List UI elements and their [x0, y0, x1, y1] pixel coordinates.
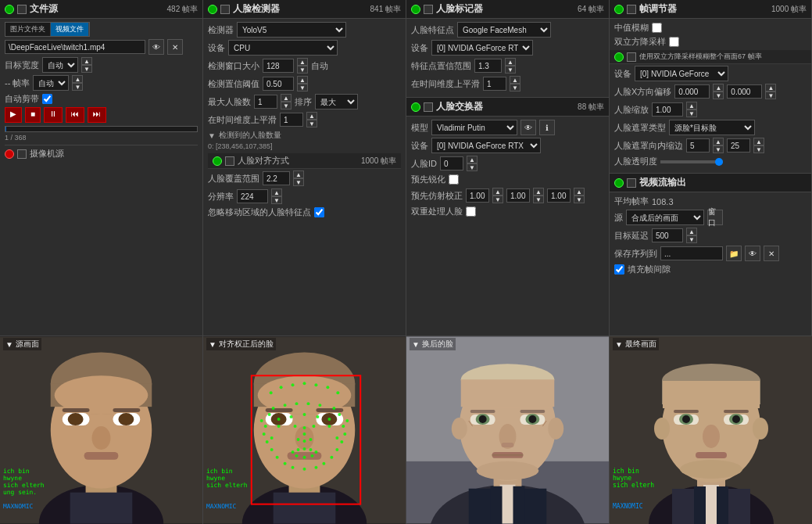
erode-up[interactable]: ▲ [713, 138, 724, 145]
auto-clip-checkbox[interactable] [42, 94, 52, 104]
model-info-btn[interactable]: ℹ [539, 120, 555, 135]
range-down[interactable]: ▼ [505, 66, 516, 74]
marker-checkbox[interactable] [424, 5, 433, 14]
pre-affine-y[interactable] [506, 188, 530, 203]
scale-down[interactable]: ▼ [686, 109, 697, 117]
target-width-up[interactable]: ▲ [81, 57, 92, 65]
smooth-up[interactable]: ▲ [306, 112, 317, 120]
face-id-up[interactable]: ▲ [467, 156, 478, 163]
save-close-btn[interactable]: ✕ [764, 246, 779, 261]
file-path-input[interactable] [5, 40, 145, 54]
pre-affine-z[interactable] [547, 188, 571, 203]
model-eye-btn[interactable]: 👁 [520, 120, 536, 135]
fps-up[interactable]: ▲ [72, 75, 83, 83]
coverage-down[interactable]: ▼ [293, 178, 304, 186]
save-eye-btn[interactable]: 👁 [745, 246, 760, 261]
fill-gaps-checkbox[interactable] [614, 264, 624, 275]
dual-sample-checkbox[interactable] [669, 37, 679, 47]
source-select[interactable]: 合成后的画面 [626, 210, 704, 225]
window-down[interactable]: ▼ [297, 66, 308, 74]
scale-input[interactable] [652, 102, 683, 117]
erode-input[interactable] [686, 138, 710, 153]
file-source-checkbox[interactable] [17, 5, 27, 14]
save-path-input[interactable] [660, 246, 723, 260]
delay-down[interactable]: ▼ [686, 235, 697, 243]
fps-down[interactable]: ▼ [72, 83, 83, 91]
window-size-input[interactable] [263, 59, 294, 73]
align-checkbox[interactable] [225, 156, 234, 166]
tab-video-file[interactable]: 视频文件 [51, 23, 89, 36]
prev-btn[interactable]: ⏮ [66, 107, 84, 123]
play-btn[interactable]: ▶ [5, 107, 22, 123]
blur-up[interactable]: ▲ [753, 138, 764, 145]
az-up[interactable]: ▲ [574, 188, 585, 196]
scale-up[interactable]: ▲ [686, 102, 697, 109]
res-up[interactable]: ▲ [271, 188, 282, 196]
marker-range-input[interactable] [474, 59, 502, 73]
swapper-checkbox[interactable] [424, 102, 433, 112]
target-width-select[interactable]: 自动 [42, 57, 78, 73]
dual-checkbox[interactable] [627, 52, 636, 62]
msmooth-up[interactable]: ▲ [510, 76, 520, 84]
stream-checkbox[interactable] [627, 178, 636, 188]
msmooth-down[interactable]: ▼ [510, 84, 520, 92]
power-dual[interactable] [614, 52, 624, 62]
power-swapper[interactable] [411, 102, 420, 112]
pre-affine-x[interactable] [466, 188, 489, 203]
erode-down[interactable]: ▼ [713, 145, 724, 153]
max-faces-up[interactable]: ▲ [281, 94, 292, 102]
ys-down[interactable]: ▼ [765, 92, 776, 99]
target-width-down[interactable]: ▼ [81, 65, 92, 73]
max-faces-down[interactable]: ▼ [281, 102, 292, 109]
power-button-file[interactable] [5, 5, 14, 14]
swapper-device-select[interactable]: [0] NVIDIA GeForce RTX [431, 138, 541, 153]
resolution-input[interactable] [237, 189, 268, 203]
y-shift-input[interactable] [727, 84, 762, 99]
smooth-down[interactable]: ▼ [306, 120, 317, 127]
window-up[interactable]: ▲ [297, 58, 308, 66]
landmark-select[interactable]: Google FaceMesh [457, 22, 551, 38]
res-down[interactable]: ▼ [271, 196, 282, 204]
detector-device-select[interactable]: CPU [228, 40, 338, 56]
camera-checkbox[interactable] [17, 149, 27, 159]
threshold-down[interactable]: ▼ [297, 84, 308, 92]
eye-icon-btn[interactable]: 👁 [148, 39, 164, 55]
threshold-input[interactable] [263, 77, 294, 91]
face-detector-checkbox[interactable] [220, 5, 230, 14]
adj-device-select[interactable]: [0] NVIDIA GeForce [635, 66, 728, 81]
face-id-input[interactable] [440, 156, 463, 170]
blur-input[interactable] [727, 138, 750, 153]
sort-select[interactable]: 最大 [315, 94, 358, 109]
stop-btn[interactable]: ■ [25, 107, 41, 123]
range-up[interactable]: ▲ [505, 58, 516, 66]
power-stream[interactable] [614, 178, 624, 188]
power-align[interactable] [213, 156, 222, 166]
power-camera[interactable] [5, 149, 14, 159]
coverage-input[interactable] [263, 171, 290, 185]
pause-btn[interactable]: ⏸ [44, 107, 63, 123]
x-shift-input[interactable] [674, 84, 710, 99]
ignore-checkbox[interactable] [314, 207, 324, 217]
ax-up[interactable]: ▲ [492, 188, 503, 196]
ay-down[interactable]: ▼ [533, 196, 544, 203]
tab-image-folder[interactable]: 图片文件夹 [5, 23, 51, 36]
pre-sharpen-checkbox[interactable] [449, 174, 459, 185]
xs-down[interactable]: ▼ [713, 92, 724, 99]
close-file-btn[interactable]: ✕ [167, 39, 183, 55]
median-checkbox[interactable] [652, 23, 662, 33]
power-button-detector[interactable] [208, 5, 217, 14]
coverage-up[interactable]: ▲ [293, 170, 304, 178]
next-btn[interactable]: ⏭ [88, 107, 106, 123]
marker-device-select[interactable]: [0] NVIDIA GeForce RTX 3 [431, 40, 533, 56]
ay-up[interactable]: ▲ [533, 188, 544, 196]
delay-input[interactable] [652, 228, 683, 242]
power-adjuster[interactable] [614, 5, 624, 14]
threshold-up[interactable]: ▲ [297, 76, 308, 84]
az-down[interactable]: ▼ [574, 196, 585, 203]
window-btn[interactable]: 窗口 [707, 210, 723, 225]
delay-up[interactable]: ▲ [686, 228, 697, 235]
dual-process-checkbox[interactable] [466, 206, 476, 217]
detector-select[interactable]: YoloV5 [237, 22, 346, 38]
mask-type-select[interactable]: 源脸*目标脸 [669, 120, 755, 135]
opacity-slider[interactable] [660, 160, 723, 163]
